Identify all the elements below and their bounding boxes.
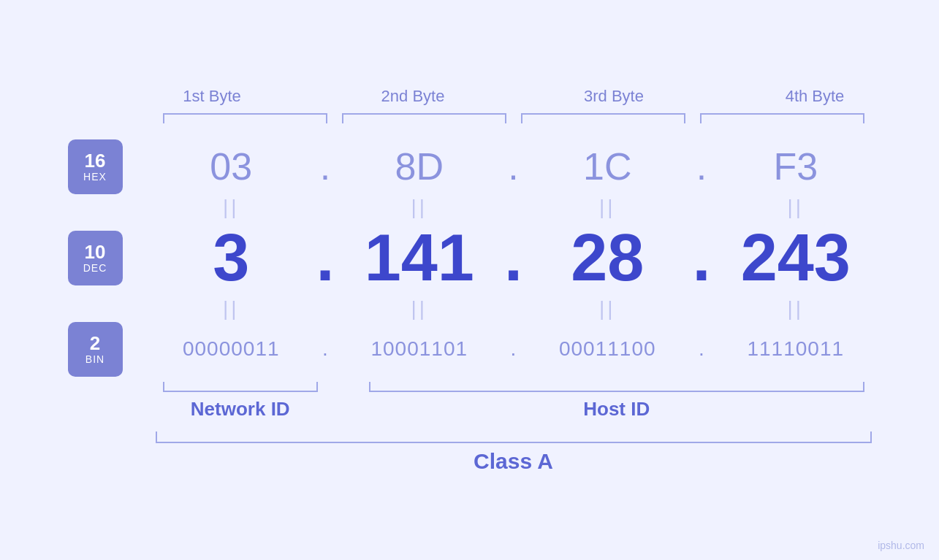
hex-cell-3: 1C [532,144,684,189]
dec-cell-2: 141 [343,222,495,294]
hex-badge-area: 16 HEX [68,139,156,194]
eq-2-1: || [156,296,308,322]
dec-cell-4: 243 [720,222,872,294]
dec-dot-2: . [495,220,532,296]
dec-badge-label: DEC [83,262,107,274]
top-brackets [156,113,872,125]
eq-2-2: || [343,296,495,322]
dec-value-4: 243 [741,214,851,302]
hex-value-1: 03 [210,138,252,195]
bin-data: 00000011 . 10001101 . 00011100 . 1111001… [156,337,872,361]
eq-2-3: || [532,296,684,322]
dec-cell-1: 3 [156,222,308,294]
bin-badge-label: BIN [85,353,104,365]
class-bracket [156,431,872,443]
hex-cell-2: 8D [343,144,495,189]
dec-value-3: 28 [571,214,644,302]
eq-2-4: || [720,296,872,322]
byte-header-1: 1st Byte [112,87,313,106]
bin-value-3: 00011100 [559,330,656,367]
dec-dot-1: . [307,220,343,296]
bin-value-1: 00000011 [183,330,280,367]
byte-header-3: 3rd Byte [514,87,715,106]
dec-badge: 10 DEC [68,231,123,285]
hex-dot-1: . [307,145,343,188]
hex-dot-2: . [495,145,532,188]
host-id-label: Host ID [362,398,872,421]
hex-data: 03 . 8D . 1C . F3 [156,144,872,189]
dec-data: 3 . 141 . 28 . 243 [156,220,872,296]
watermark: ipshu.com [878,540,924,551]
dec-row: 10 DEC 3 . 141 . 28 . 243 [68,220,872,296]
dec-value-2: 141 [365,214,474,302]
hex-row: 16 HEX 03 . 8D . 1C . F3 [68,139,872,194]
network-bracket [156,380,326,392]
hex-badge-number: 16 [85,150,106,172]
top-bracket-3 [514,113,693,125]
bottom-brackets-row [156,380,872,392]
equals-row-2: || || || || [68,296,872,322]
byte-header-4: 4th Byte [715,87,916,106]
hex-value-4: F3 [773,138,818,195]
bin-cell-1: 00000011 [156,337,308,361]
bin-cell-4: 11110011 [720,337,872,361]
hex-cell-1: 03 [156,144,308,189]
hex-cell-4: F3 [720,144,872,189]
bin-badge: 2 BIN [68,322,123,377]
network-id-label: Network ID [156,398,326,421]
hex-dot-3: . [683,145,720,188]
dec-badge-area: 10 DEC [68,231,156,285]
class-label: Class A [156,449,872,474]
top-bracket-4 [693,113,872,125]
class-bracket-area: Class A [156,431,872,474]
bin-value-4: 11110011 [747,330,844,367]
byte-headers: 1st Byte 2nd Byte 3rd Byte 4th Byte [112,87,916,106]
bottom-section: Network ID Host ID Class A [68,380,872,474]
hex-value-3: 1C [583,138,631,195]
dec-dot-3: . [683,220,720,296]
bin-badge-number: 2 [90,333,100,354]
top-bracket-2 [335,113,514,125]
bin-value-2: 10001101 [370,330,468,367]
bin-row: 2 BIN 00000011 . 10001101 . 00011100 . [68,322,872,377]
dec-cell-3: 28 [532,222,684,294]
dec-badge-number: 10 [85,242,106,263]
top-bracket-1 [156,113,335,125]
hex-value-2: 8D [395,138,444,195]
bin-cell-3: 00011100 [532,337,684,361]
network-host-labels: Network ID Host ID [156,398,872,421]
bin-dot-2: . [495,337,532,361]
host-bracket [362,380,872,392]
hex-badge-label: HEX [83,171,107,183]
bin-dot-3: . [683,337,720,361]
bin-badge-area: 2 BIN [68,322,156,377]
bin-cell-2: 10001101 [343,337,495,361]
bin-dot-1: . [307,337,343,361]
byte-header-2: 2nd Byte [313,87,514,106]
dec-value-1: 3 [213,214,249,302]
hex-badge: 16 HEX [68,139,123,194]
